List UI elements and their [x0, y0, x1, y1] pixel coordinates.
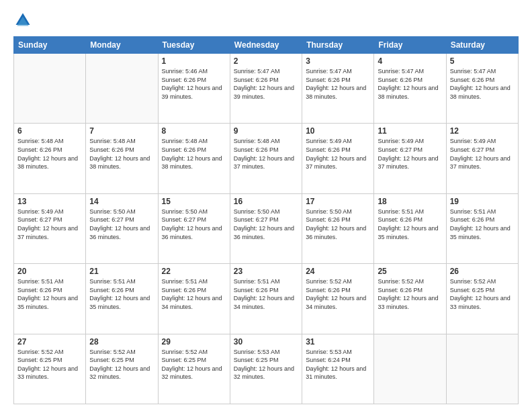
- day-detail: Sunrise: 5:52 AMSunset: 6:25 PMDaylight:…: [89, 348, 154, 381]
- day-cell: 19Sunrise: 5:51 AMSunset: 6:26 PMDayligh…: [446, 193, 518, 263]
- day-number: 21: [89, 267, 154, 276]
- day-number: 27: [17, 337, 82, 347]
- day-cell: [86, 54, 158, 124]
- day-number: 16: [234, 197, 298, 206]
- day-number: 24: [306, 267, 370, 276]
- day-detail: Sunrise: 5:53 AMSunset: 6:24 PMDaylight:…: [306, 348, 370, 381]
- day-cell: 12Sunrise: 5:49 AMSunset: 6:27 PMDayligh…: [446, 124, 518, 193]
- day-cell: 18Sunrise: 5:51 AMSunset: 6:26 PMDayligh…: [374, 193, 446, 263]
- day-number: 18: [378, 197, 442, 206]
- week-row-4: 20Sunrise: 5:51 AMSunset: 6:26 PMDayligh…: [14, 264, 519, 334]
- day-cell: 8Sunrise: 5:48 AMSunset: 6:26 PMDaylight…: [158, 124, 230, 193]
- day-cell: 5Sunrise: 5:47 AMSunset: 6:26 PMDaylight…: [446, 54, 518, 124]
- day-cell: [446, 334, 518, 404]
- day-detail: Sunrise: 5:46 AMSunset: 6:26 PMDaylight:…: [162, 67, 226, 101]
- day-detail: Sunrise: 5:52 AMSunset: 6:26 PMDaylight:…: [306, 277, 370, 311]
- week-row-1: 1Sunrise: 5:46 AMSunset: 6:26 PMDaylight…: [14, 54, 519, 124]
- day-number: 20: [17, 267, 82, 276]
- day-cell: 7Sunrise: 5:48 AMSunset: 6:26 PMDaylight…: [86, 124, 158, 193]
- day-number: 1: [162, 56, 226, 66]
- calendar: SundayMondayTuesdayWednesdayThursdayFrid…: [13, 36, 519, 404]
- day-cell: 4Sunrise: 5:47 AMSunset: 6:26 PMDaylight…: [374, 54, 446, 124]
- day-detail: Sunrise: 5:51 AMSunset: 6:26 PMDaylight:…: [378, 208, 442, 241]
- day-number: 10: [306, 126, 370, 136]
- day-number: 13: [17, 197, 82, 206]
- day-detail: Sunrise: 5:47 AMSunset: 6:26 PMDaylight:…: [234, 67, 298, 101]
- day-cell: 13Sunrise: 5:49 AMSunset: 6:27 PMDayligh…: [14, 193, 86, 263]
- day-number: 23: [234, 267, 298, 276]
- day-number: 14: [89, 197, 154, 206]
- day-number: 7: [89, 126, 154, 136]
- day-detail: Sunrise: 5:52 AMSunset: 6:26 PMDaylight:…: [378, 277, 442, 311]
- day-detail: Sunrise: 5:53 AMSunset: 6:25 PMDaylight:…: [234, 348, 298, 381]
- day-detail: Sunrise: 5:51 AMSunset: 6:26 PMDaylight:…: [89, 277, 154, 311]
- weekday-header-sunday: Sunday: [14, 37, 86, 54]
- day-detail: Sunrise: 5:51 AMSunset: 6:26 PMDaylight:…: [234, 277, 298, 311]
- day-cell: 3Sunrise: 5:47 AMSunset: 6:26 PMDaylight…: [302, 54, 374, 124]
- day-number: 30: [234, 337, 298, 347]
- day-number: 6: [17, 126, 82, 136]
- day-cell: 16Sunrise: 5:50 AMSunset: 6:27 PMDayligh…: [230, 193, 302, 263]
- day-number: 2: [234, 56, 298, 66]
- day-cell: [374, 334, 446, 404]
- weekday-header-thursday: Thursday: [302, 37, 374, 54]
- day-number: 31: [306, 337, 370, 347]
- day-number: 3: [306, 56, 370, 66]
- day-cell: 31Sunrise: 5:53 AMSunset: 6:24 PMDayligh…: [302, 334, 374, 404]
- day-cell: 30Sunrise: 5:53 AMSunset: 6:25 PMDayligh…: [230, 334, 302, 404]
- day-cell: 10Sunrise: 5:49 AMSunset: 6:26 PMDayligh…: [302, 124, 374, 193]
- logo: [13, 11, 35, 30]
- weekday-header-saturday: Saturday: [446, 37, 518, 54]
- day-cell: 23Sunrise: 5:51 AMSunset: 6:26 PMDayligh…: [230, 264, 302, 334]
- day-number: 5: [450, 56, 515, 66]
- day-cell: 9Sunrise: 5:48 AMSunset: 6:26 PMDaylight…: [230, 124, 302, 193]
- day-number: 22: [162, 267, 226, 276]
- day-cell: 1Sunrise: 5:46 AMSunset: 6:26 PMDaylight…: [158, 54, 230, 124]
- day-detail: Sunrise: 5:48 AMSunset: 6:26 PMDaylight:…: [162, 137, 226, 171]
- day-cell: 25Sunrise: 5:52 AMSunset: 6:26 PMDayligh…: [374, 264, 446, 334]
- day-cell: 26Sunrise: 5:52 AMSunset: 6:25 PMDayligh…: [446, 264, 518, 334]
- day-number: 15: [162, 197, 226, 206]
- day-detail: Sunrise: 5:48 AMSunset: 6:26 PMDaylight:…: [89, 137, 154, 171]
- day-detail: Sunrise: 5:51 AMSunset: 6:26 PMDaylight:…: [450, 208, 515, 241]
- day-detail: Sunrise: 5:52 AMSunset: 6:25 PMDaylight:…: [17, 348, 82, 381]
- week-row-3: 13Sunrise: 5:49 AMSunset: 6:27 PMDayligh…: [14, 193, 519, 263]
- weekday-header-tuesday: Tuesday: [158, 37, 230, 54]
- day-detail: Sunrise: 5:52 AMSunset: 6:25 PMDaylight:…: [162, 348, 226, 381]
- day-number: 19: [450, 197, 515, 206]
- header: [13, 11, 519, 30]
- day-number: 12: [450, 126, 515, 136]
- day-detail: Sunrise: 5:49 AMSunset: 6:26 PMDaylight:…: [306, 137, 370, 171]
- day-detail: Sunrise: 5:47 AMSunset: 6:26 PMDaylight:…: [450, 67, 515, 101]
- day-number: 26: [450, 267, 515, 276]
- day-detail: Sunrise: 5:49 AMSunset: 6:27 PMDaylight:…: [17, 208, 82, 241]
- day-detail: Sunrise: 5:51 AMSunset: 6:26 PMDaylight:…: [17, 277, 82, 311]
- weekday-header-monday: Monday: [86, 37, 158, 54]
- day-number: 17: [306, 197, 370, 206]
- week-row-5: 27Sunrise: 5:52 AMSunset: 6:25 PMDayligh…: [14, 334, 519, 404]
- day-detail: Sunrise: 5:52 AMSunset: 6:25 PMDaylight:…: [450, 277, 515, 311]
- day-detail: Sunrise: 5:50 AMSunset: 6:27 PMDaylight:…: [162, 208, 226, 241]
- day-detail: Sunrise: 5:47 AMSunset: 6:26 PMDaylight:…: [306, 67, 370, 101]
- day-detail: Sunrise: 5:47 AMSunset: 6:26 PMDaylight:…: [378, 67, 442, 101]
- day-cell: 6Sunrise: 5:48 AMSunset: 6:26 PMDaylight…: [14, 124, 86, 193]
- day-cell: 14Sunrise: 5:50 AMSunset: 6:27 PMDayligh…: [86, 193, 158, 263]
- day-number: 25: [378, 267, 442, 276]
- page: SundayMondayTuesdayWednesdayThursdayFrid…: [0, 0, 532, 411]
- weekday-header-row: SundayMondayTuesdayWednesdayThursdayFrid…: [14, 37, 519, 54]
- day-cell: 20Sunrise: 5:51 AMSunset: 6:26 PMDayligh…: [14, 264, 86, 334]
- day-cell: 29Sunrise: 5:52 AMSunset: 6:25 PMDayligh…: [158, 334, 230, 404]
- day-detail: Sunrise: 5:50 AMSunset: 6:27 PMDaylight:…: [89, 208, 154, 241]
- logo-icon: [13, 11, 32, 30]
- day-cell: 24Sunrise: 5:52 AMSunset: 6:26 PMDayligh…: [302, 264, 374, 334]
- week-row-2: 6Sunrise: 5:48 AMSunset: 6:26 PMDaylight…: [14, 124, 519, 193]
- day-detail: Sunrise: 5:49 AMSunset: 6:27 PMDaylight:…: [450, 137, 515, 171]
- weekday-header-wednesday: Wednesday: [230, 37, 302, 54]
- day-cell: 11Sunrise: 5:49 AMSunset: 6:27 PMDayligh…: [374, 124, 446, 193]
- day-number: 28: [89, 337, 154, 347]
- day-detail: Sunrise: 5:48 AMSunset: 6:26 PMDaylight:…: [234, 137, 298, 171]
- day-cell: 15Sunrise: 5:50 AMSunset: 6:27 PMDayligh…: [158, 193, 230, 263]
- day-number: 29: [162, 337, 226, 347]
- day-cell: 21Sunrise: 5:51 AMSunset: 6:26 PMDayligh…: [86, 264, 158, 334]
- day-number: 8: [162, 126, 226, 136]
